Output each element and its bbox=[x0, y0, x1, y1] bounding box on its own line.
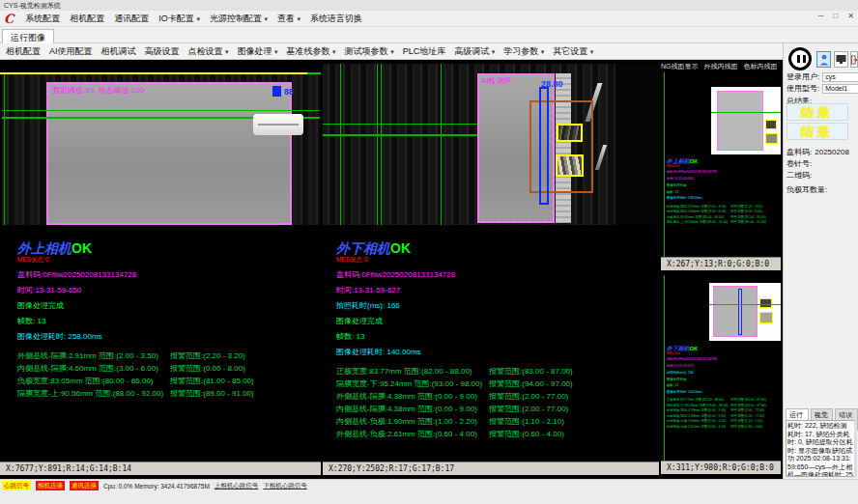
log-text-area[interactable]: 耗时: 222, 缺陷检测耗时: 17, 缺陷分类耗时: 0, 缺陷提取分区耗时… bbox=[786, 420, 855, 477]
app-window: CYS-视觉检测系统 C 系统配置 相机配置 通讯配置 IO卡配置 ▾ 光源控制… bbox=[0, 0, 858, 504]
menu-comm-config[interactable]: 通讯配置 bbox=[114, 13, 149, 25]
thumb-tab-outer[interactable]: 外残内残图 bbox=[704, 62, 738, 72]
measurement-row: 外侧基线-隔膜:4.38mm 范围:(0.00 - 9.00)报警范围:(2.0… bbox=[336, 391, 655, 404]
thumb2-defect-box bbox=[759, 298, 772, 308]
chevron-down-icon: ▾ bbox=[541, 48, 545, 55]
model-row: 使用型号: Model1 bbox=[786, 83, 858, 94]
left-blue-value: 88 bbox=[284, 87, 294, 97]
left-status-ok: OK bbox=[72, 240, 92, 256]
tool-advanced-debug[interactable]: 高级调试 ▾ bbox=[454, 45, 495, 58]
qr-row: 二维码: bbox=[786, 170, 812, 181]
tool-plc-address[interactable]: PLC地址库 bbox=[403, 45, 446, 58]
minimize-button[interactable]: ─ bbox=[818, 12, 824, 20]
thumb1-defect-box bbox=[765, 120, 777, 129]
tool-camera-config[interactable]: 相机配置 bbox=[6, 45, 41, 58]
result-box-lower: 结果 bbox=[786, 123, 848, 140]
thumb1-coords-bar: X:267;Y:13;R:0;G:0;B:0 bbox=[661, 257, 781, 270]
window-title: CYS-视觉检测系统 bbox=[4, 2, 61, 9]
monitor-button[interactable] bbox=[834, 51, 848, 68]
thumb-tab-ng[interactable]: NG残图显示 bbox=[661, 62, 699, 72]
barcode-value: 20250208 bbox=[815, 148, 849, 156]
log-scrollbar[interactable] bbox=[854, 420, 857, 477]
thumb1-green-vline bbox=[664, 72, 665, 257]
mid-dark-strip bbox=[615, 64, 659, 225]
measurement-row: 负极宽度:83.05mm 范围:(80.00 - 86.00)报警范围:(81.… bbox=[17, 376, 336, 388]
thumb2-image-card bbox=[709, 283, 781, 341]
left-elapsed: 图像处理耗时: 258.00ms bbox=[17, 331, 336, 342]
barcode-label: 盘料码: bbox=[786, 147, 812, 157]
mid-green-vline-2 bbox=[377, 64, 378, 225]
tool-other-settings[interactable]: 其它设置 ▾ bbox=[553, 45, 593, 58]
tab-count-row: 负极耳数量: bbox=[786, 184, 827, 195]
thumb2-green-vline bbox=[664, 275, 665, 461]
mid-green-vline-3 bbox=[381, 64, 382, 225]
menu-view[interactable]: 查看 ▾ bbox=[277, 13, 300, 25]
close-button[interactable]: ✕ bbox=[847, 12, 854, 20]
thumb1-film bbox=[717, 91, 763, 151]
mid-measurements: 正极宽度:83.77mm 范围:(82.00 - 88.00)报警范围:(83.… bbox=[336, 366, 655, 441]
menu-light-config[interactable]: 光源控制配置 ▾ bbox=[210, 13, 268, 25]
thumb1-mini-text: 外上相机OK MES状态:0 盘料码:0FfIiw202502081331347… bbox=[667, 157, 781, 225]
chevron-down-icon: ▾ bbox=[390, 48, 394, 55]
left-blue-marker bbox=[272, 86, 281, 97]
thumb-lower-camera[interactable]: 外下相机OK MES状态:0 盘料码:0FfIiw202502081331347… bbox=[661, 275, 781, 461]
tool-test-params[interactable]: 测试项参数 ▾ bbox=[345, 45, 394, 58]
mid-barcode: 盘料码:0FfIiw20250208133134728 bbox=[336, 269, 655, 280]
mid-bright-streak-2 bbox=[595, 145, 607, 170]
left-done: 图像处理完成 bbox=[17, 300, 336, 311]
measurement-row: 外侧基线-负极:2.61mm 范围:(0.60 - 4.00)报警范围:(0.6… bbox=[336, 429, 655, 441]
chevron-down-icon: ▾ bbox=[264, 15, 268, 22]
measurement-row: 隔膜宽度-上:90.56mm 范围:(88.00 - 92.00)报警范围:(8… bbox=[17, 388, 336, 401]
mid-green-vline-4 bbox=[441, 64, 442, 225]
tab-count-label: 负极耳数量: bbox=[786, 184, 827, 195]
mid-camera-image[interactable]: AI检测框 28.80 bbox=[323, 64, 659, 225]
pause-button[interactable] bbox=[788, 47, 812, 70]
tool-spot-check[interactable]: 点检设置 ▾ bbox=[188, 45, 229, 58]
maximize-button[interactable]: □ bbox=[833, 12, 838, 20]
tab-run-image[interactable]: 运行图像 bbox=[2, 29, 54, 43]
thumb1-image-card bbox=[711, 87, 781, 154]
menu-language-switch[interactable]: 系统语言切换 bbox=[310, 13, 362, 25]
menu-system-config[interactable]: 系统配置 bbox=[25, 13, 60, 25]
tool-advanced-settings[interactable]: 高级设置 bbox=[145, 45, 180, 58]
mid-blue-roi bbox=[539, 87, 549, 205]
mid-ai-roi-label: AI检测框 bbox=[481, 75, 512, 86]
mid-green-hline-2 bbox=[323, 134, 502, 136]
user-login-button[interactable] bbox=[816, 51, 831, 68]
menu-camera-config[interactable]: 相机配置 bbox=[70, 13, 104, 25]
user-icon bbox=[819, 54, 829, 66]
mid-green-vline-1 bbox=[340, 64, 341, 225]
window-controls: ─ □ ✕ bbox=[818, 12, 854, 20]
thumb2-blue-roi bbox=[738, 289, 742, 335]
upper-camera-heartbeat-link[interactable]: 上相机心跳信号 bbox=[214, 482, 259, 490]
left-result-text: 外上相机OK MES状态:0 盘料码:0FfIiw202502081331347… bbox=[17, 239, 336, 401]
status-bar: 心跳信号 相机连接 通讯连接 Cpu: 0.0% Memory: 3424.41… bbox=[0, 479, 858, 491]
mid-defect-box-2 bbox=[556, 154, 584, 177]
measurement-row: 内侧基线-负极:1.90mm 范围:(1.00 - 2.20)报警范围:(1.1… bbox=[336, 416, 655, 429]
tool-camera-debug[interactable]: 相机调试 bbox=[101, 45, 136, 58]
thumb1-defect-box-2 bbox=[765, 133, 778, 144]
thumb2-coords-bar: X:311;Y:980;R:0;G:0;B:0 bbox=[661, 461, 781, 474]
tool-ai-config[interactable]: AI使用配置 bbox=[49, 45, 93, 58]
mid-ai-elapsed: 拍照耗时(ms): 166 bbox=[336, 300, 655, 311]
comm-connect-badge: 通讯连接 bbox=[70, 481, 99, 490]
login-user-field[interactable]: cys bbox=[822, 72, 858, 82]
tool-learn-params[interactable]: 学习参数 ▾ bbox=[503, 45, 544, 58]
mid-coords-bar: X:270;Y:2502;R:17;G:17;B:17 bbox=[323, 462, 659, 475]
exit-button[interactable] bbox=[850, 51, 858, 68]
measurement-row: 内侧基线-隔膜:4.38mm 范围:(0.00 - 9.00)报警范围:(2.0… bbox=[336, 404, 655, 416]
mid-done: 图像处理完成 bbox=[336, 316, 655, 326]
mid-time: 时间:13-31-59-627 bbox=[336, 285, 655, 295]
lower-camera-heartbeat-link[interactable]: 下相机心跳信号 bbox=[263, 482, 307, 490]
left-camera-image[interactable]: 固定阈值:93, 动态阈值:100 88 bbox=[2, 74, 320, 225]
tool-image-processing[interactable]: 图像处理 ▾ bbox=[238, 45, 278, 58]
measurement-row: 正极宽度:83.77mm 范围:(82.00 - 88.00)报警范围:(83.… bbox=[336, 366, 655, 378]
thumb-upper-camera[interactable]: 外上相机OK MES状态:0 盘料码:0FfIiw202502081331347… bbox=[661, 72, 781, 257]
model-field[interactable]: Model1 bbox=[822, 84, 858, 94]
mid-status-ok: OK bbox=[390, 240, 411, 256]
tool-baseline-params[interactable]: 基准线参数 ▾ bbox=[287, 45, 336, 58]
menu-io-config[interactable]: IO卡配置 ▾ bbox=[158, 13, 200, 25]
thumb-tab-color[interactable]: 色标内残图 bbox=[744, 62, 778, 72]
left-threshold-overlay: 固定阈值:93, 动态阈值:100 bbox=[52, 85, 144, 96]
chevron-down-icon: ▾ bbox=[590, 48, 594, 55]
